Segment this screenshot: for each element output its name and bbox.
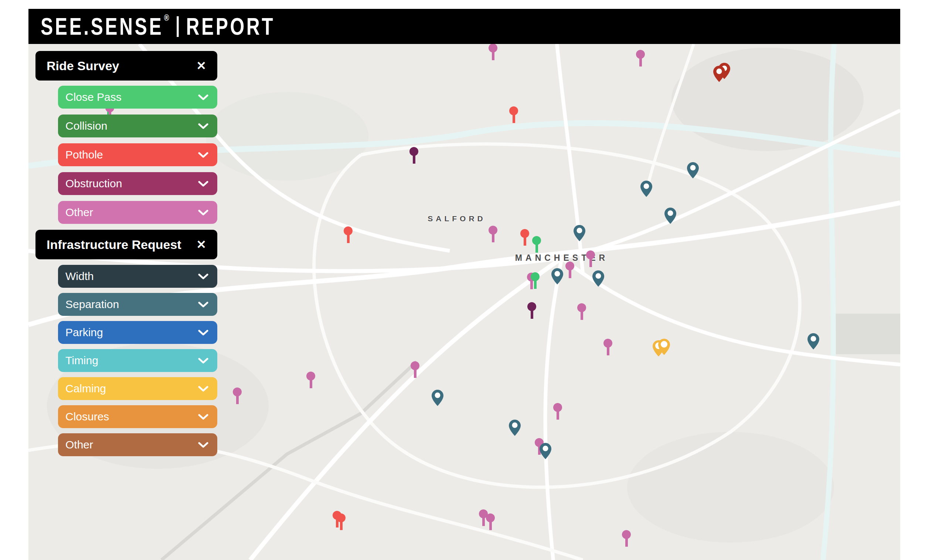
category-label: Parking bbox=[65, 326, 103, 339]
chevron-down-icon bbox=[198, 442, 208, 448]
pink-report-marker[interactable] bbox=[307, 372, 315, 388]
close-button[interactable]: ✕ bbox=[195, 58, 208, 73]
dark-red-map-pin[interactable] bbox=[713, 66, 725, 82]
pink-report-marker[interactable] bbox=[586, 251, 595, 267]
category-button-collision[interactable]: Collision bbox=[58, 114, 217, 137]
chevron-down-icon bbox=[198, 414, 208, 420]
logo-divider bbox=[177, 16, 179, 37]
teal-map-pin[interactable] bbox=[509, 420, 521, 436]
brand-logo: SEE.SENSE® REPORT bbox=[41, 12, 275, 40]
registered-mark: ® bbox=[164, 12, 169, 23]
red-report-marker[interactable] bbox=[509, 106, 518, 123]
category-button-other[interactable]: Other bbox=[58, 201, 217, 224]
category-button-obstruction[interactable]: Obstruction bbox=[58, 172, 217, 195]
chevron-down-icon bbox=[198, 358, 208, 364]
category-button-width[interactable]: Width bbox=[58, 265, 217, 288]
category-label: Timing bbox=[65, 354, 98, 367]
close-button[interactable]: ✕ bbox=[195, 237, 208, 252]
pink-report-marker[interactable] bbox=[488, 44, 498, 60]
header-bar: SEE.SENSE® REPORT bbox=[28, 9, 900, 44]
red-report-marker[interactable] bbox=[344, 226, 353, 243]
teal-map-pin[interactable] bbox=[431, 390, 444, 406]
pink-report-marker[interactable] bbox=[565, 262, 574, 278]
teal-map-pin[interactable] bbox=[592, 271, 604, 287]
purple-report-marker[interactable] bbox=[527, 302, 536, 319]
category-label: Other bbox=[65, 206, 93, 219]
pink-report-marker[interactable] bbox=[577, 303, 586, 320]
category-label: Closures bbox=[65, 411, 109, 423]
chevron-down-icon bbox=[198, 123, 208, 129]
category-label: Other bbox=[65, 438, 93, 451]
category-label: Close Pass bbox=[65, 91, 122, 103]
green-report-marker[interactable] bbox=[532, 236, 541, 253]
category-button-list: WidthSeparationParkingTimingCalmingClosu… bbox=[35, 265, 217, 456]
category-button-pothole[interactable]: Pothole bbox=[58, 143, 217, 166]
category-label: Width bbox=[65, 270, 94, 283]
teal-map-pin[interactable] bbox=[687, 162, 699, 178]
panel-header: Infrastructure Request ✕ bbox=[35, 230, 217, 259]
purple-report-marker[interactable] bbox=[410, 147, 418, 164]
teal-map-pin[interactable] bbox=[641, 181, 652, 197]
pink-report-marker[interactable] bbox=[636, 50, 645, 66]
category-label: Collision bbox=[65, 120, 107, 132]
yellow-map-pin[interactable] bbox=[658, 339, 670, 355]
chevron-down-icon bbox=[198, 152, 208, 158]
close-icon: ✕ bbox=[196, 59, 206, 72]
category-button-parking[interactable]: Parking bbox=[58, 321, 217, 344]
red-report-marker[interactable] bbox=[520, 229, 529, 246]
pink-report-marker[interactable] bbox=[486, 514, 495, 530]
chevron-down-icon bbox=[198, 329, 208, 336]
pink-report-marker[interactable] bbox=[604, 339, 612, 355]
category-label: Obstruction bbox=[65, 177, 122, 190]
teal-map-pin[interactable] bbox=[573, 225, 585, 241]
category-button-other[interactable]: Other bbox=[58, 433, 217, 456]
teal-map-pin[interactable] bbox=[807, 333, 819, 349]
panel-ride-survey: Ride Survey ✕ Close PassCollisionPothole… bbox=[35, 51, 217, 224]
pink-report-marker[interactable] bbox=[622, 530, 631, 547]
category-button-closures[interactable]: Closures bbox=[58, 405, 217, 428]
teal-map-pin[interactable] bbox=[551, 268, 563, 285]
panel-title: Infrastructure Request bbox=[46, 237, 182, 252]
chevron-down-icon bbox=[198, 94, 208, 100]
panel-infrastructure-request: Infrastructure Request ✕ WidthSeparation… bbox=[35, 230, 217, 456]
chevron-down-icon bbox=[198, 181, 208, 187]
chevron-down-icon bbox=[198, 273, 208, 280]
category-button-timing[interactable]: Timing bbox=[58, 349, 217, 372]
category-button-list: Close PassCollisionPotholeObstructionOth… bbox=[35, 86, 217, 224]
panel-header: Ride Survey ✕ bbox=[35, 51, 217, 80]
pink-report-marker[interactable] bbox=[488, 226, 498, 242]
brand-name: SEE.SENSE® bbox=[41, 12, 169, 40]
panel-title: Ride Survey bbox=[46, 59, 119, 73]
product-name: REPORT bbox=[186, 13, 275, 40]
teal-map-pin[interactable] bbox=[664, 208, 676, 224]
green-report-marker[interactable] bbox=[531, 272, 539, 289]
red-report-marker[interactable] bbox=[337, 514, 345, 530]
category-button-separation[interactable]: Separation bbox=[58, 293, 217, 316]
chevron-down-icon bbox=[198, 302, 208, 308]
category-label: Calming bbox=[65, 382, 106, 395]
category-button-calming[interactable]: Calming bbox=[58, 377, 217, 400]
category-label: Pothole bbox=[65, 149, 103, 161]
pink-report-marker[interactable] bbox=[553, 403, 562, 420]
teal-map-pin[interactable] bbox=[539, 443, 551, 459]
chevron-down-icon bbox=[198, 386, 208, 392]
page: SALFORDMANCHESTER SEE.SENSE® REPORT Ride… bbox=[0, 0, 932, 560]
chevron-down-icon bbox=[198, 209, 208, 216]
category-label: Separation bbox=[65, 298, 119, 311]
pink-report-marker[interactable] bbox=[233, 388, 242, 404]
pink-report-marker[interactable] bbox=[411, 361, 419, 378]
category-button-close-pass[interactable]: Close Pass bbox=[58, 86, 217, 109]
close-icon: ✕ bbox=[196, 238, 206, 251]
